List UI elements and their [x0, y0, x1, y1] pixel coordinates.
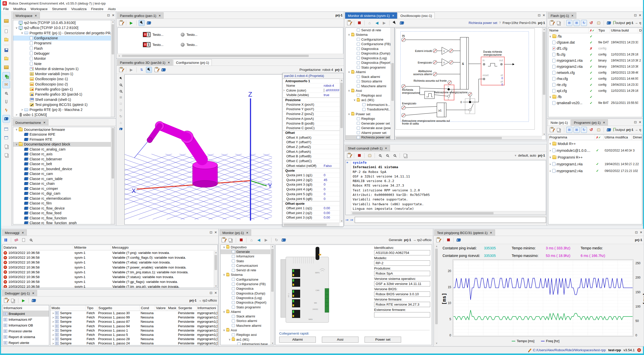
property-value[interactable]: 45 [324, 178, 327, 182]
message-row[interactable]: 10/03/2022 10:36:58 sysm-1 Variabile (?.… [3, 270, 218, 275]
menu-item[interactable]: Finestre [89, 7, 106, 12]
tree-item[interactable]: Classe rc_flow_function [13, 216, 115, 221]
tree-item[interactable]: > Progetto RTE (prj-3) - Macchina 2 [13, 107, 115, 112]
tree-item[interactable]: Diagnostica (Dump) [221, 291, 274, 295]
property-row[interactable]: Posizione C (posC) [283, 126, 340, 131]
message-row[interactable]: 10/03/2022 10:36:58 sysm-1 Variabile (?.… [3, 265, 218, 270]
close-icon[interactable]: ✕ [35, 14, 37, 17]
help-book-icon[interactable] [146, 20, 152, 26]
build-icon[interactable]: ⊞ [574, 127, 580, 133]
tree-item[interactable]: Classe rc_belt [13, 162, 115, 167]
tree-item[interactable]: Diagnostica (Log) [346, 56, 394, 61]
reload-icon[interactable]: ↺ [588, 20, 594, 26]
field-value[interactable] [374, 312, 430, 317]
tab-workspace[interactable]: Workspace✕ [13, 12, 40, 19]
program-row[interactable]: ∨ Moduli R++ [548, 140, 642, 147]
property-value[interactable]: 0 [324, 183, 325, 186]
property-value[interactable]: #FFFFFF [326, 88, 340, 92]
close-icon[interactable]: ✕ [571, 14, 574, 17]
workspace-path[interactable]: C:/Users/Alex/Robox/Rde3/Workspaces/test… [533, 348, 606, 352]
debugger-side-item[interactable]: Informazioni OB [3, 322, 49, 328]
back-icon[interactable]: ◀ [256, 237, 262, 243]
copy-window-icon[interactable] [402, 153, 408, 159]
property-row[interactable]: Offset C (offsetC) [283, 159, 340, 164]
float-icon[interactable]: ⊡ [107, 13, 110, 17]
field-value[interactable]: Robox BIOS versione 3.0.10 [374, 291, 430, 297]
diagram-vscrollbar[interactable]: ∧ ∨ [542, 28, 546, 136]
home-icon[interactable]: ⌂ [248, 237, 254, 243]
sysm-diagram[interactable]: IN & Esterni irrisolti -1 Energizzato -1 [395, 27, 546, 140]
tree-item[interactable]: Classe rc_cam [13, 171, 115, 176]
flash-row[interactable]: myprogram1.r4a ✓ binary 19/04/2021 14:10… [548, 57, 642, 64]
flash-row[interactable]: rhw.cfg ✓ config 11/02/2021 14:44:00 [548, 76, 642, 82]
monitor-tree-scrollbar[interactable]: ∧ ∨ [270, 245, 274, 345]
select-icon[interactable] [118, 76, 123, 81]
tree-item[interactable]: Pannello grafico (pan-1) [13, 87, 115, 92]
hand-icon[interactable] [596, 127, 602, 133]
tree-item[interactable]: Servizi di rete [346, 28, 394, 33]
close-icon[interactable]: ✕ [246, 231, 248, 234]
tab-pan1[interactable]: Pannello grafico (pan-1)✕ [117, 12, 164, 19]
tree-item[interactable]: Informazioni b... [346, 102, 394, 107]
edit-icon[interactable] [153, 67, 159, 73]
expander-icon[interactable]: ∨ [222, 329, 226, 332]
expander-icon[interactable]: ∨ [548, 156, 552, 159]
notes-icon[interactable] [346, 20, 352, 26]
rotate-icon[interactable]: ↻ [118, 114, 123, 119]
tree-item[interactable]: Maschere allarmi [221, 323, 274, 328]
close-icon[interactable]: ✕ [112, 13, 115, 17]
tree-item[interactable]: Stack allarmi [221, 314, 274, 318]
tree-item[interactable]: Generale asse (pow... [346, 126, 394, 131]
shell-output[interactable]: » sysinfoInformazioni di sistemaRP-2 da … [345, 160, 546, 215]
shell-command-input[interactable] [355, 217, 546, 223]
menu-item[interactable]: Strumenti [50, 7, 69, 12]
property-row[interactable]: Offset X (offsetX) [283, 135, 340, 140]
tree-item[interactable]: Classe rc_flow_device [13, 206, 115, 211]
tree-item[interactable]: Debugger [13, 51, 115, 56]
workspace-scrollbar[interactable]: ∧ [111, 20, 115, 117]
program-row[interactable]: > myprogram1.r4a ✓ 19/04/2021 14:50:27 2… [548, 161, 642, 167]
tree-item[interactable]: Maschere allarmi [346, 84, 394, 88]
window-export-icon[interactable] [3, 125, 10, 133]
tree-item[interactable]: Classe rc_flow_feed [13, 211, 115, 216]
property-value[interactable]: Falso [324, 164, 332, 168]
pptest-vscrollbar[interactable]: ∧ ∨ [434, 245, 438, 345]
tree-item[interactable]: Generale [221, 249, 274, 254]
save-icon[interactable] [3, 46, 10, 54]
property-row[interactable]: Quota joint 5 (qj5) 0 [283, 192, 340, 197]
float-icon[interactable]: ⊡ [634, 120, 637, 124]
stop-icon[interactable] [356, 153, 362, 159]
mode-dropdown-icon[interactable]: ▾ [515, 154, 517, 157]
property-row[interactable]: Posizione A (posA) [283, 116, 340, 121]
breakpoint-row[interactable]: >Sempre Fetch Processo 1, passo 30 Nessu… [50, 311, 218, 315]
property-row[interactable]: Posizione [283, 98, 340, 102]
sysm-tree-scrollbar[interactable] [391, 28, 394, 140]
breakpoint-row[interactable]: >Sempre Fetch Processo 1, passo 1 Nessun… [50, 328, 218, 333]
expander-icon[interactable]: > [548, 169, 552, 172]
search-icon[interactable] [28, 237, 34, 243]
message-row[interactable]: 10/03/2022 10:36:58 sysm-1 Variabile (?.… [3, 284, 218, 288]
quick-link-button[interactable]: Allarmi [279, 337, 316, 343]
toggle-01-widget[interactable]: 01 [143, 32, 150, 37]
notes-icon[interactable] [435, 237, 441, 243]
help-book-icon[interactable] [3, 115, 10, 123]
tree-item[interactable]: Oscilloscopio (osc-1) [13, 76, 115, 81]
shell-hscrollbar[interactable] [351, 211, 546, 215]
tab-pptest[interactable]: Test ping/pong BCC/31 (pptest-1)✕ [434, 229, 495, 236]
expander-icon[interactable]: ∨ [347, 112, 351, 116]
cursor-icon[interactable] [146, 67, 152, 73]
expander-icon[interactable]: ∨ [228, 338, 231, 341]
message-row[interactable]: 10/03/2022 10:36:58 sysm-1 Variabile (?.… [3, 279, 218, 284]
window-import-icon[interactable] [3, 134, 10, 141]
flash-row[interactable]: ∨ /fb ✓ [548, 94, 642, 100]
tree-item[interactable]: ∨ Progetto RTE (prj-1) - Deescrizione de… [13, 31, 115, 36]
notes-icon[interactable] [549, 127, 555, 133]
notes-icon[interactable] [118, 67, 124, 73]
flash-row[interactable]: ∨ /fa ✓ [548, 33, 642, 39]
tree-item[interactable]: Programmi [13, 41, 115, 46]
notes-icon[interactable] [346, 153, 352, 159]
open-folder-icon[interactable] [3, 36, 10, 44]
tree-item[interactable]: Diagnostica [346, 46, 394, 51]
tree-item[interactable]: Riepilogo assi [346, 93, 394, 98]
breakpoint-row[interactable]: >Sempre Fetch Processo 1, passo 24 Nessu… [50, 341, 218, 345]
